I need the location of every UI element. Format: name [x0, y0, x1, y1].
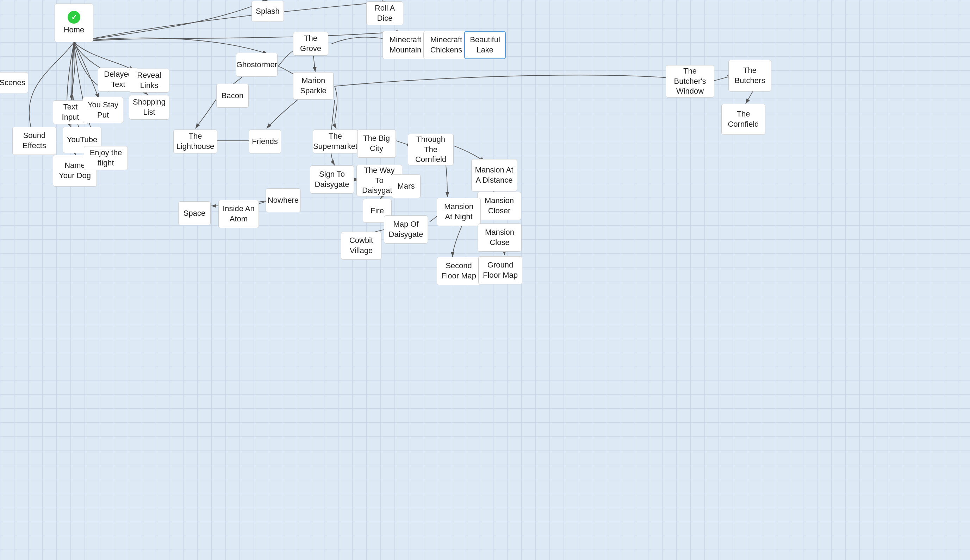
- node-label-text-input: Text Input: [56, 102, 85, 122]
- node-the-supermarket[interactable]: The Supermarket: [313, 130, 358, 153]
- node-second-floor-map[interactable]: Second Floor Map: [437, 257, 481, 285]
- node-cowbit-village[interactable]: Cowbit Village: [341, 232, 381, 260]
- node-bacon[interactable]: Bacon: [216, 84, 249, 108]
- node-ghostormer[interactable]: Ghostormer: [236, 53, 277, 77]
- node-mansion-at-night[interactable]: Mansion At Night: [437, 198, 481, 226]
- node-label-friends: Friends: [252, 137, 277, 147]
- node-sound-effects[interactable]: Sound Effects: [12, 127, 56, 155]
- node-the-big-city[interactable]: The Big City: [357, 130, 396, 158]
- node-label-reveal-links: Reveal Links: [132, 70, 166, 90]
- node-label-fire: Fire: [371, 206, 384, 216]
- node-mansion-close[interactable]: Mansion Close: [477, 223, 522, 252]
- node-label-the-butchers-window: The Butcher's Window: [669, 66, 711, 97]
- node-label-the-grove: The Grove: [296, 33, 325, 53]
- node-label-roll-a-dice: Roll A Dice: [369, 3, 400, 23]
- node-mars[interactable]: Mars: [392, 174, 421, 198]
- node-splash[interactable]: Splash: [252, 1, 284, 22]
- node-the-cornfield[interactable]: The Cornfield: [721, 104, 765, 135]
- node-label-nowhere: Nowhere: [268, 195, 299, 205]
- node-label-cowbit-village: Cowbit Village: [344, 235, 378, 255]
- node-label-mansion-closer: Mansion Closer: [481, 196, 518, 216]
- node-label-mansion-close: Mansion Close: [481, 227, 518, 247]
- node-roll-a-dice[interactable]: Roll A Dice: [366, 2, 403, 25]
- node-home[interactable]: ✓ Home: [55, 3, 93, 42]
- node-label-second-floor-map: Second Floor Map: [440, 261, 477, 281]
- node-ground-floor-map[interactable]: Ground Floor Map: [478, 256, 523, 284]
- node-beautiful-lake[interactable]: Beautiful Lake: [464, 31, 506, 59]
- node-minecraft-mountain[interactable]: Minecraft Mountain: [382, 31, 428, 59]
- node-label-mansion-at-a-distance: Mansion At A Distance: [474, 165, 514, 185]
- node-label-space: Space: [184, 208, 205, 218]
- node-marion-sparkle[interactable]: Marion Sparkle: [293, 72, 334, 100]
- node-label-you-stay-put: You Stay Put: [86, 100, 120, 120]
- node-the-grove[interactable]: The Grove: [293, 32, 328, 56]
- node-space[interactable]: Space: [178, 201, 210, 225]
- node-label-enjoy-flight: Enjoy the flight: [87, 148, 125, 168]
- node-label-scenes: Scenes: [0, 78, 25, 88]
- node-label-the-big-city: The Big City: [360, 133, 393, 153]
- node-inside-an-atom[interactable]: Inside An Atom: [219, 200, 259, 228]
- node-label-sign-to-daisygate: Sign To Daisygate: [313, 169, 351, 189]
- node-label-the-cornfield: The Cornfield: [725, 109, 762, 129]
- node-nowhere[interactable]: Nowhere: [265, 188, 301, 212]
- node-the-lighthouse[interactable]: The Lighthouse: [173, 130, 217, 153]
- node-shopping-list[interactable]: Shopping List: [129, 95, 169, 120]
- node-mansion-at-a-distance[interactable]: Mansion At A Distance: [471, 159, 517, 192]
- node-the-butchers-window[interactable]: The Butcher's Window: [666, 65, 714, 97]
- node-label-youtube: YouTube: [67, 135, 97, 145]
- node-label-sound-effects: Sound Effects: [15, 131, 53, 151]
- node-label-marion-sparkle: Marion Sparkle: [296, 76, 331, 96]
- node-label-map-of-daisygate: Map Of Daisygate: [387, 219, 425, 239]
- node-through-the-cornfield[interactable]: Through The Cornfield: [408, 134, 454, 165]
- node-enjoy-flight[interactable]: Enjoy the flight: [84, 146, 128, 170]
- node-scenes[interactable]: Scenes: [0, 72, 28, 93]
- node-reveal-links[interactable]: Reveal Links: [129, 68, 169, 93]
- node-map-of-daisygate[interactable]: Map Of Daisygate: [384, 215, 428, 243]
- node-label-ground-floor-map: Ground Floor Map: [481, 260, 519, 280]
- node-minecraft-chickens[interactable]: Minecraft Chickens: [423, 31, 469, 59]
- node-label-inside-an-atom: Inside An Atom: [222, 204, 256, 224]
- home-label: Home: [64, 25, 85, 35]
- node-you-stay-put[interactable]: You Stay Put: [83, 97, 123, 123]
- node-sign-to-daisygate[interactable]: Sign To Daisygate: [310, 165, 354, 193]
- node-label-splash: Splash: [256, 6, 279, 17]
- node-label-minecraft-chickens: Minecraft Chickens: [427, 35, 466, 55]
- node-label-through-the-cornfield: Through The Cornfield: [411, 135, 451, 165]
- node-the-butchers[interactable]: The Butchers: [728, 60, 771, 92]
- node-label-the-lighthouse: The Lighthouse: [177, 131, 214, 152]
- node-friends[interactable]: Friends: [249, 130, 281, 153]
- node-label-mansion-at-night: Mansion At Night: [440, 202, 477, 222]
- node-label-mars: Mars: [397, 181, 415, 192]
- node-label-bacon: Bacon: [222, 91, 244, 101]
- node-label-the-butchers: The Butchers: [731, 65, 768, 85]
- node-label-the-supermarket: The Supermarket: [313, 131, 357, 152]
- node-label-beautiful-lake: Beautiful Lake: [468, 35, 502, 55]
- node-label-ghostormer: Ghostormer: [236, 60, 277, 70]
- home-check-icon: ✓: [68, 11, 80, 23]
- node-mansion-closer[interactable]: Mansion Closer: [477, 192, 521, 220]
- node-label-minecraft-mountain: Minecraft Mountain: [386, 35, 425, 55]
- node-label-shopping-list: Shopping List: [132, 97, 166, 117]
